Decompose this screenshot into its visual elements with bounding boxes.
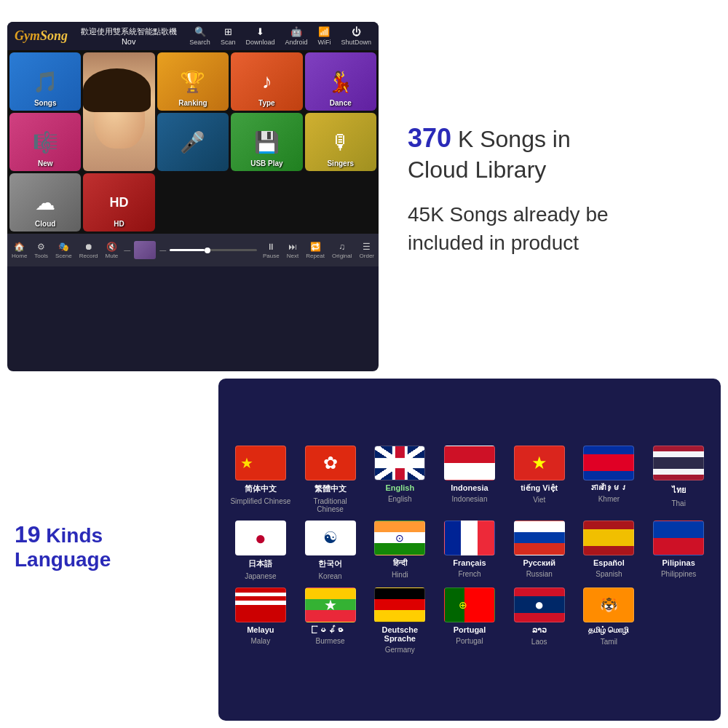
flag-korea bbox=[305, 521, 356, 555]
flag-cambodia bbox=[583, 446, 634, 480]
flag-vietnam bbox=[514, 446, 565, 480]
lang-korean[interactable]: 한국어 Korean bbox=[299, 521, 362, 580]
lang-burmese[interactable]: မြန်မာ Burmese bbox=[299, 587, 362, 654]
lang-primary-my: မြန်မာ bbox=[317, 625, 344, 634]
lang-french[interactable]: Français French bbox=[438, 521, 501, 580]
toolbar-android[interactable]: 🤖 Android bbox=[285, 26, 307, 46]
lang-malay[interactable]: Melayu Malay bbox=[229, 587, 292, 654]
nav-home[interactable]: 🏠Home bbox=[12, 242, 27, 259]
tile-type[interactable]: ♪ Type bbox=[231, 52, 302, 111]
language-label-text: 19 Kinds Language bbox=[15, 521, 204, 571]
karaoke-toolbar: 🔍 Search ⊞ Scan ⬇ Download 🤖 Android 📶 bbox=[189, 26, 371, 46]
progress-bar[interactable] bbox=[170, 249, 257, 251]
bottom-section: 19 Kinds Language 简体中文 Simplified Chines… bbox=[0, 364, 728, 728]
lang-primary-tc: 繁體中文 bbox=[314, 483, 347, 494]
lang-secondary-ms: Malay bbox=[251, 637, 271, 645]
lang-simplified-chinese[interactable]: 简体中文 Simplified Chinese bbox=[229, 446, 292, 513]
song-thumbnail bbox=[134, 241, 156, 259]
lang-secondary-ko: Korean bbox=[318, 572, 341, 580]
songs-included: 45K Songs already be included in product bbox=[408, 200, 609, 257]
lang-lao[interactable]: ລາວ Laos bbox=[508, 587, 571, 654]
tile-dance[interactable]: 💃 Dance bbox=[305, 52, 376, 111]
flag-indonesia bbox=[444, 446, 495, 480]
tile-mic[interactable]: 🎤 bbox=[157, 113, 229, 171]
lang-secondary-ru: Russian bbox=[526, 570, 553, 578]
tile-new[interactable]: 🎼 New bbox=[9, 113, 81, 171]
nav-tools[interactable]: ⚙Tools bbox=[34, 242, 48, 259]
karaoke-header: GymSong 歡迎使用雙系統智能點歌機 Nov 🔍 Search ⊞ Scan… bbox=[7, 22, 379, 50]
lang-russian[interactable]: Русский Russian bbox=[508, 521, 571, 580]
lang-primary-es: Español bbox=[593, 558, 625, 567]
nav-record[interactable]: ⏺Record bbox=[79, 242, 98, 259]
nav-repeat[interactable]: 🔁Repeat bbox=[306, 242, 325, 259]
toolbar-search[interactable]: 🔍 Search bbox=[189, 26, 210, 46]
lang-secondary-id: Indonesian bbox=[452, 495, 488, 503]
tile-hd[interactable]: HD HD bbox=[83, 173, 154, 232]
lang-secondary-lo: Laos bbox=[531, 638, 547, 646]
nav-original[interactable]: ♫Original bbox=[332, 242, 352, 259]
lang-secondary-ta: Tamil bbox=[601, 638, 617, 646]
flag-germany bbox=[374, 587, 425, 622]
lang-hindi[interactable]: हिन्दी Hindi bbox=[368, 521, 431, 580]
toolbar-download[interactable]: ⬇ Download bbox=[245, 26, 274, 46]
lang-primary-ru: Русский bbox=[523, 558, 555, 567]
flag-tamil bbox=[583, 587, 634, 622]
language-label: 19 Kinds Language bbox=[0, 364, 218, 728]
lang-secondary-vn: Viet bbox=[533, 496, 545, 504]
lang-primary-ja: 日本語 bbox=[248, 558, 272, 569]
lang-tamil[interactable]: தமிழ் மொழி Tamil bbox=[578, 587, 641, 654]
lang-khmer[interactable]: ភាសាខ្មែរ Khmer bbox=[578, 446, 641, 513]
flag-japan bbox=[235, 521, 286, 555]
lang-portuguese[interactable]: Portugal Portugal bbox=[438, 587, 501, 654]
lang-secondary-th: Thai bbox=[671, 499, 685, 507]
lang-thai[interactable]: ไทย Thai bbox=[647, 446, 710, 513]
toolbar-scan[interactable]: ⊞ Scan bbox=[221, 26, 236, 46]
lang-secondary-pt: Portugal bbox=[456, 637, 483, 645]
lang-primary-ph: Pilipinas bbox=[662, 558, 695, 567]
lang-german[interactable]: Deutsche Sprache Germany bbox=[368, 587, 431, 654]
top-section: GymSong 歡迎使用雙系統智能點歌機 Nov 🔍 Search ⊞ Scan… bbox=[0, 0, 728, 364]
bottom-nav-right: ⏸Pause ⏭Next 🔁Repeat ♫Original ☰Order bbox=[263, 242, 374, 259]
nav-mute[interactable]: 🔇Mute bbox=[106, 242, 119, 259]
flag-thailand bbox=[653, 446, 704, 480]
language-count: 19 bbox=[15, 521, 41, 547]
flag-philippines bbox=[653, 521, 704, 555]
lang-secondary-hi: Hindi bbox=[392, 571, 408, 579]
lang-primary-th: ไทย bbox=[672, 483, 686, 496]
songs-label: K Songs in bbox=[458, 126, 571, 152]
tile-songs[interactable]: 🎵 Songs bbox=[9, 52, 81, 111]
lang-spanish[interactable]: Español Spanish bbox=[578, 521, 641, 580]
flag-france bbox=[444, 521, 495, 555]
toolbar-wifi[interactable]: 📶 WiFi bbox=[317, 26, 331, 46]
songs-count: 370 K Songs in Cloud Library bbox=[408, 122, 571, 186]
language-panel: 简体中文 Simplified Chinese 繁體中文 Traditional… bbox=[218, 379, 721, 721]
tile-cloud[interactable]: ☁ Cloud bbox=[9, 173, 81, 232]
lang-primary-id: Indonesia bbox=[451, 483, 488, 492]
flag-uk bbox=[374, 446, 425, 480]
toolbar-shutdown[interactable]: ⏻ ShutDown bbox=[341, 26, 371, 46]
lang-primary-ms: Melayu bbox=[247, 625, 274, 634]
flag-india bbox=[374, 521, 425, 555]
tile-ranking[interactable]: 🏆 Ranking bbox=[157, 52, 229, 111]
lang-primary-pt: Portugal bbox=[454, 625, 486, 634]
tile-usb[interactable]: 💾 USB Play bbox=[231, 113, 302, 171]
lang-secondary-ph: Philippines bbox=[661, 570, 696, 578]
library-label: Cloud Library bbox=[408, 157, 546, 183]
lang-primary-hi: हिन्दी bbox=[393, 558, 407, 568]
lang-japanese[interactable]: 日本語 Japanese bbox=[229, 521, 292, 580]
lang-vietnamese[interactable]: tiếng Việt Viet bbox=[508, 446, 571, 513]
lang-traditional-chinese[interactable]: 繁體中文 Traditional Chinese bbox=[299, 446, 362, 513]
nav-pause[interactable]: ⏸Pause bbox=[263, 242, 280, 259]
lang-secondary-ja: Japanese bbox=[245, 572, 276, 580]
lang-secondary-en: English bbox=[388, 495, 412, 503]
nav-scene[interactable]: 🎭Scene bbox=[55, 242, 72, 259]
lang-english[interactable]: English English bbox=[368, 446, 431, 513]
lang-indonesia[interactable]: Indonesia Indonesian bbox=[438, 446, 501, 513]
lang-filipino[interactable]: Pilipinas Philippines bbox=[647, 521, 710, 580]
nav-next[interactable]: ⏭Next bbox=[287, 242, 298, 259]
nav-order[interactable]: ☰Order bbox=[360, 242, 374, 259]
tile-singers[interactable]: 🎙 Singers bbox=[305, 113, 376, 171]
flag-myanmar bbox=[305, 587, 356, 622]
progress-area: — — bbox=[124, 241, 257, 259]
lang-secondary-es: Spanish bbox=[596, 570, 622, 578]
